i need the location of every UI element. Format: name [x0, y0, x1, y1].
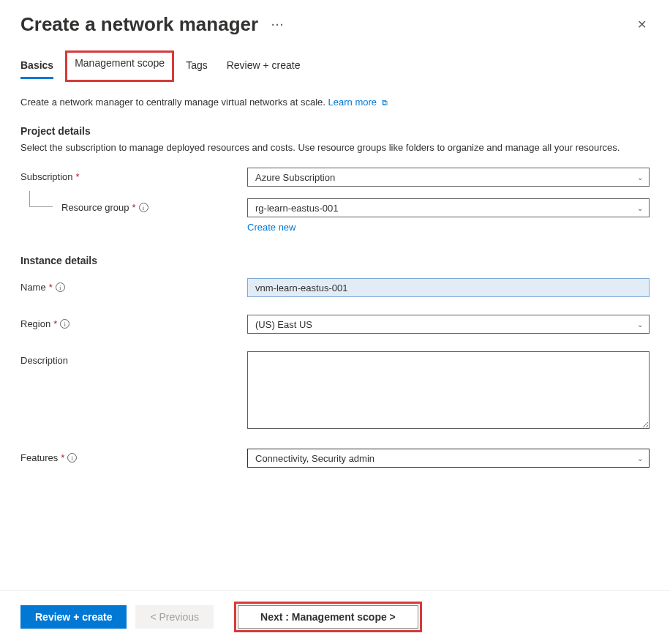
subscription-select[interactable]: Azure Subscription ⌄: [247, 168, 650, 187]
project-details-title: Project details: [20, 125, 650, 137]
info-icon[interactable]: i: [67, 453, 77, 463]
required-indicator: *: [132, 202, 136, 213]
subscription-label: Subscription: [20, 171, 73, 182]
learn-more-link[interactable]: Learn more ⧉: [328, 97, 388, 108]
page-title: Create a network manager: [20, 13, 258, 36]
features-label: Features: [20, 452, 58, 463]
resource-group-label: Resource group: [61, 202, 129, 213]
required-indicator: *: [53, 318, 57, 329]
tab-tags[interactable]: Tags: [186, 53, 208, 79]
info-icon[interactable]: i: [56, 282, 65, 292]
name-label: Name: [20, 282, 46, 293]
close-icon[interactable]: ✕: [634, 15, 650, 34]
required-indicator: *: [76, 171, 80, 182]
chevron-down-icon: ⌄: [637, 204, 643, 212]
tabs-bar: Basics Management scope Tags Review + cr…: [0, 40, 670, 79]
instance-details-title: Instance details: [20, 255, 650, 266]
project-details-desc: Select the subscription to manage deploy…: [20, 141, 650, 154]
region-label: Region: [20, 318, 50, 329]
info-icon[interactable]: i: [139, 203, 148, 212]
external-link-icon: ⧉: [382, 98, 388, 108]
resource-group-select[interactable]: rg-learn-eastus-001 ⌄: [247, 198, 650, 217]
features-select[interactable]: Connectivity, Security admin ⌄: [247, 449, 650, 468]
indent-line: [29, 191, 53, 207]
chevron-down-icon: ⌄: [637, 321, 643, 329]
info-icon[interactable]: i: [60, 319, 69, 329]
description-textarea[interactable]: [247, 351, 650, 429]
next-button-highlight: Next : Management scope >: [234, 602, 422, 632]
next-button[interactable]: Next : Management scope >: [238, 605, 418, 629]
name-input[interactable]: vnm-learn-eastus-001: [247, 278, 650, 297]
required-indicator: *: [49, 282, 53, 293]
more-icon[interactable]: ···: [271, 19, 285, 31]
chevron-down-icon: ⌄: [637, 173, 643, 181]
footer-bar: Review + create < Previous Next : Manage…: [0, 590, 670, 644]
required-indicator: *: [61, 452, 64, 463]
intro-text: Create a network manager to centrally ma…: [20, 97, 328, 108]
review-create-button[interactable]: Review + create: [20, 605, 127, 629]
chevron-down-icon: ⌄: [637, 454, 643, 463]
tab-management-scope[interactable]: Management scope: [65, 50, 174, 82]
create-new-link[interactable]: Create new: [247, 222, 296, 233]
tab-basics[interactable]: Basics: [20, 53, 53, 79]
region-select[interactable]: (US) East US ⌄: [247, 315, 650, 334]
previous-button[interactable]: < Previous: [135, 605, 214, 629]
tab-review-create[interactable]: Review + create: [227, 53, 301, 79]
description-label: Description: [20, 355, 68, 366]
